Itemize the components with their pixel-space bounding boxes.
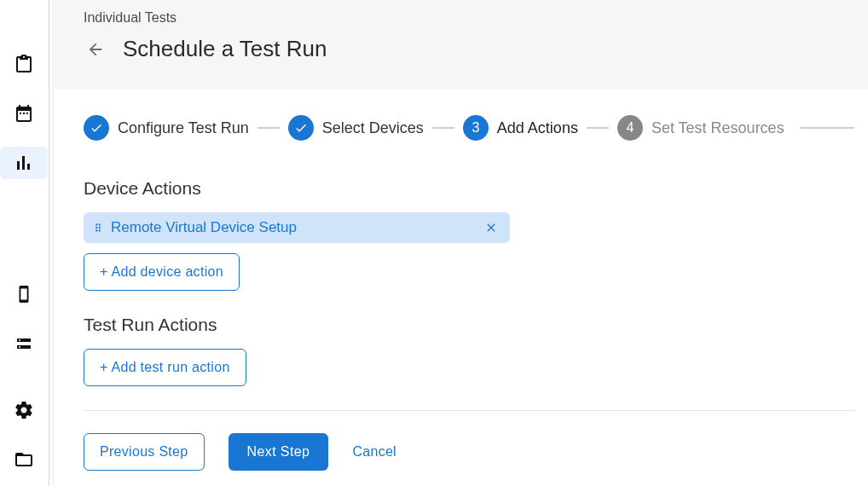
next-step-button[interactable]: Next Step: [229, 433, 329, 471]
device-action-chip[interactable]: Remote Virtual Device Setup: [84, 212, 510, 243]
step-configure[interactable]: Configure Test Run: [84, 115, 249, 141]
svg-point-5: [99, 227, 101, 229]
device-actions-section: Device Actions Remote Virtual Device Set…: [84, 178, 854, 291]
bar-chart-icon: [14, 153, 34, 173]
header-area: Individual Tests Schedule a Test Run: [55, 0, 868, 90]
svg-point-0: [19, 339, 20, 341]
breadcrumb[interactable]: Individual Tests: [84, 10, 839, 26]
nav-clipboard[interactable]: [0, 48, 48, 80]
step-label: Set Test Resources: [651, 119, 784, 137]
step-label: Add Actions: [497, 119, 578, 137]
step-connector: [258, 127, 280, 129]
rail-divider: [48, 0, 55, 486]
nav-settings[interactable]: [0, 394, 48, 426]
step-label: Configure Test Run: [118, 119, 249, 137]
calendar-icon: [14, 103, 34, 124]
nav-bar-chart[interactable]: [0, 147, 48, 179]
add-device-action-button[interactable]: + Add device action: [84, 253, 240, 291]
svg-point-7: [99, 229, 101, 231]
footer-buttons: Previous Step Next Step Cancel: [84, 433, 854, 471]
settings-icon: [14, 400, 34, 420]
previous-step-button[interactable]: Previous Step: [84, 433, 205, 471]
nav-folder[interactable]: [0, 443, 48, 476]
step-connector: [432, 127, 454, 129]
nav-calendar[interactable]: [0, 97, 48, 130]
main-content: Individual Tests Schedule a Test Run Con…: [55, 0, 868, 486]
back-button[interactable]: [84, 38, 107, 61]
svg-point-6: [95, 229, 97, 231]
step-check-icon: [84, 115, 109, 141]
step-connector: [587, 127, 609, 129]
arrow-left-icon: [86, 40, 105, 59]
step-connector: [800, 127, 854, 129]
left-nav-rail: [0, 0, 48, 486]
chip-remove-button[interactable]: [484, 221, 498, 234]
wizard-stepper: Configure Test Run Select Devices 3 Add …: [55, 115, 854, 141]
cancel-button[interactable]: Cancel: [352, 444, 396, 460]
chip-label: Remote Virtual Device Setup: [111, 219, 477, 236]
add-test-run-action-button[interactable]: + Add test run action: [84, 349, 246, 386]
nav-phone[interactable]: [0, 278, 48, 310]
divider: [84, 410, 854, 411]
drag-handle-icon[interactable]: [92, 222, 104, 234]
nav-storage[interactable]: [0, 327, 48, 360]
step-actions[interactable]: 3 Add Actions: [463, 115, 578, 141]
clipboard-icon: [14, 54, 34, 74]
svg-point-2: [95, 223, 97, 225]
test-run-actions-section: Test Run Actions + Add test run action: [84, 315, 854, 386]
step-number-icon: 3: [463, 115, 489, 141]
storage-icon: [14, 333, 34, 354]
step-resources[interactable]: 4 Set Test Resources: [617, 115, 784, 141]
svg-point-3: [99, 223, 101, 225]
close-icon: [484, 221, 498, 234]
phone-icon: [14, 284, 34, 304]
step-devices[interactable]: Select Devices: [288, 115, 424, 141]
content-card: Configure Test Run Select Devices 3 Add …: [55, 90, 868, 486]
step-check-icon: [288, 115, 314, 141]
section-title: Test Run Actions: [84, 315, 854, 335]
page-title: Schedule a Test Run: [123, 36, 327, 62]
step-number-icon: 4: [617, 115, 643, 141]
folder-icon: [14, 449, 34, 470]
svg-point-1: [19, 346, 20, 348]
svg-point-4: [95, 227, 97, 229]
section-title: Device Actions: [84, 178, 854, 199]
step-label: Select Devices: [322, 119, 424, 137]
